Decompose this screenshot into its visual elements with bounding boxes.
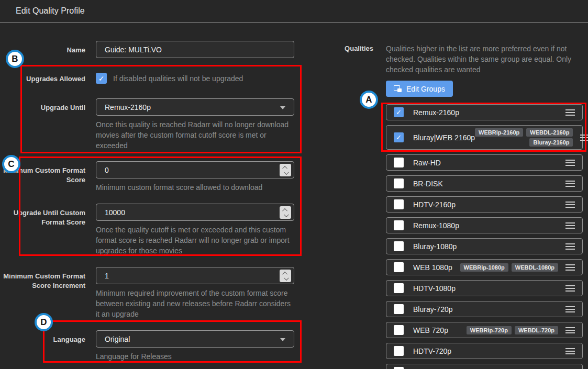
quality-checkbox[interactable] — [394, 283, 404, 293]
min-format-score-value: 0 — [105, 166, 109, 174]
qualities-label: Qualities — [335, 43, 373, 369]
quality-item[interactable]: HDTV-720p — [386, 343, 583, 359]
quality-tag: Bluray-2160p — [529, 138, 573, 147]
upgrade-until-score-value: 10000 — [105, 208, 125, 217]
language-label: Language — [0, 330, 85, 362]
quality-item[interactable]: HDTV-2160p — [386, 196, 583, 213]
quality-item-label: WEB 1080p — [413, 263, 452, 272]
quality-profile-form: Name Guide: MULTi.VO Upgrades Allowed ✓ … — [0, 23, 335, 362]
drag-handle-icon[interactable] — [564, 325, 576, 336]
quality-item[interactable]: Remux-1080p — [386, 217, 583, 233]
qualities-section: Qualities Qualities higher in the list a… — [335, 43, 588, 369]
quality-checkbox[interactable] — [394, 325, 404, 335]
drag-handle-icon[interactable] — [564, 367, 576, 369]
quality-tag: WEBRip-2160p — [475, 128, 523, 137]
drag-handle-icon[interactable] — [564, 158, 576, 168]
quality-checkbox[interactable]: ✓ — [394, 132, 404, 142]
upgrade-until-label: Upgrade Until — [0, 98, 85, 151]
quality-checkbox[interactable] — [394, 304, 404, 314]
drag-handle-icon[interactable] — [564, 107, 576, 118]
quality-tags: WEBRip-1080p WEBDL-1080p — [460, 263, 558, 272]
upgrade-until-select[interactable]: Remux-2160p — [96, 98, 294, 116]
drag-handle-icon[interactable] — [564, 199, 576, 210]
quality-item[interactable]: WEB 720p WEBRip-720p WEBDL-720p — [386, 322, 583, 338]
upgrades-allowed-help: If disabled qualities will not be upgrad… — [113, 74, 243, 83]
quality-tags: WEBRip-720p WEBDL-720p — [467, 326, 558, 334]
quality-checkbox[interactable]: ✓ — [394, 107, 404, 117]
name-input[interactable]: Guide: MULTi.VO — [96, 41, 294, 58]
checkmark-icon: ✓ — [396, 108, 402, 116]
language-row: Language Original Language for Releases — [0, 330, 335, 362]
quality-item[interactable]: Bluray-576p — [386, 364, 583, 369]
language-value: Original — [105, 335, 130, 343]
chevron-down-icon — [280, 338, 285, 341]
edit-groups-button-label: Edit Groups — [406, 85, 445, 93]
quality-checkbox[interactable] — [394, 178, 404, 188]
quality-item-label: HDTV-2160p — [413, 200, 456, 209]
quality-item[interactable]: Raw-HD — [386, 154, 583, 171]
quality-checkbox[interactable] — [394, 346, 404, 356]
upgrades-allowed-label: Upgrades Allowed — [0, 73, 85, 84]
min-increment-row: Minimum Custom Format Score Increment 1 … — [0, 267, 335, 319]
ungroup-icon — [394, 85, 402, 92]
quality-checkbox[interactable] — [394, 241, 404, 251]
upgrade-until-row: Upgrade Until Remux-2160p Once this qual… — [0, 98, 335, 151]
quality-tags: WEBRip-2160p WEBDL-2160p Bluray-2160p — [475, 128, 573, 147]
number-spinner[interactable] — [280, 206, 291, 219]
quality-item[interactable]: Bluray-1080p — [386, 238, 583, 254]
name-row: Name Guide: MULTi.VO — [0, 41, 335, 58]
quality-item-label: Bluray|WEB 2160p — [413, 133, 475, 142]
quality-checkbox[interactable] — [394, 262, 404, 272]
quality-checkbox[interactable] — [394, 199, 404, 209]
drag-handle-icon[interactable] — [564, 346, 576, 356]
quality-item[interactable]: Bluray-720p — [386, 301, 583, 317]
drag-handle-icon[interactable] — [564, 283, 576, 294]
min-increment-label: Minimum Custom Format Score Increment — [0, 267, 85, 319]
min-format-score-help: Minimum custom format score allowed to d… — [96, 182, 294, 193]
quality-item-label: WEB 720p — [413, 326, 448, 334]
edit-groups-button[interactable]: Edit Groups — [386, 81, 453, 97]
quality-item-label: Raw-HD — [413, 159, 441, 167]
min-format-score-input[interactable]: 0 — [96, 161, 294, 178]
min-increment-help: Minimum required improvement of the cust… — [96, 288, 294, 319]
quality-checkbox[interactable] — [394, 220, 404, 230]
language-select[interactable]: Original — [96, 330, 294, 348]
checkmark-icon: ✓ — [396, 133, 402, 141]
quality-tag: WEBDL-720p — [515, 326, 558, 334]
min-format-score-label: Minimum Custom Format Score — [0, 161, 85, 193]
quality-tag: WEBRip-1080p — [460, 263, 508, 272]
dialog-title: Edit Quality Profile — [0, 0, 588, 23]
chevron-down-icon — [280, 106, 285, 109]
drag-handle-icon[interactable] — [564, 304, 576, 315]
name-input-value: Guide: MULTi.VO — [105, 46, 162, 54]
quality-item-label: BR-DISK — [413, 180, 443, 188]
upgrades-allowed-row: Upgrades Allowed ✓ If disabled qualities… — [0, 73, 335, 84]
quality-checkbox[interactable] — [394, 158, 404, 167]
quality-checkbox[interactable] — [394, 367, 404, 369]
drag-handle-icon[interactable] — [564, 220, 576, 231]
quality-item-label: Bluray-720p — [413, 305, 453, 314]
drag-handle-icon[interactable] — [564, 262, 576, 273]
drag-handle-icon[interactable] — [579, 132, 588, 143]
min-increment-input[interactable]: 1 — [96, 267, 294, 284]
upgrade-until-score-input[interactable]: 10000 — [96, 204, 294, 221]
drag-handle-icon[interactable] — [564, 178, 576, 189]
number-spinner[interactable] — [280, 270, 291, 282]
quality-item[interactable]: HDTV-1080p — [386, 280, 583, 296]
upgrade-until-score-label: Upgrade Until Custom Format Score — [0, 204, 85, 256]
upgrades-allowed-checkbox[interactable]: ✓ — [96, 73, 107, 84]
number-spinner[interactable] — [280, 164, 291, 176]
quality-item[interactable]: BR-DISK — [386, 175, 583, 192]
quality-tag: WEBDL-2160p — [526, 128, 573, 137]
language-help: Language for Releases — [96, 351, 294, 362]
drag-handle-icon[interactable] — [564, 241, 576, 252]
quality-item-label: Remux-2160p — [413, 108, 459, 117]
quality-item[interactable]: WEB 1080p WEBRip-1080p WEBDL-1080p — [386, 259, 583, 275]
upgrade-until-score-help: Once the quality cutoff is met or exceed… — [96, 225, 294, 256]
quality-list: ✓ Remux-2160p ✓ Bluray|WEB 2160p WEBRip-… — [386, 104, 583, 369]
quality-item[interactable]: ✓ Bluray|WEB 2160p WEBRip-2160p WEBDL-21… — [386, 125, 583, 150]
quality-item[interactable]: ✓ Remux-2160p — [386, 104, 583, 120]
upgrade-until-value: Remux-2160p — [105, 103, 151, 111]
min-format-score-row: Minimum Custom Format Score 0 Minimum cu… — [0, 161, 335, 193]
quality-item-label: HDTV-720p — [413, 347, 451, 355]
